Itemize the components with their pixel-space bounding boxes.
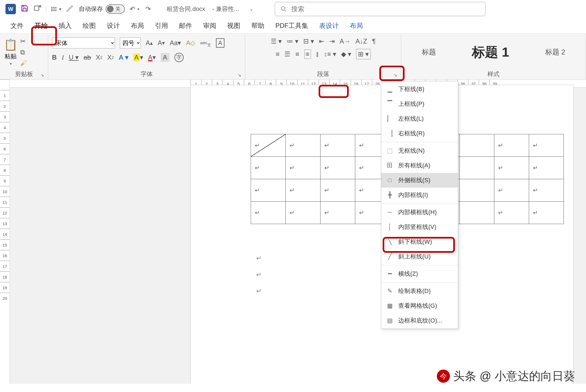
underline-button[interactable]: U ▾ <box>69 54 79 61</box>
table-cell[interactable]: ↵ <box>529 202 564 224</box>
table-cell[interactable]: ↵ <box>321 157 355 179</box>
tab-home[interactable]: 开始 <box>30 19 52 33</box>
decrease-indent-icon[interactable]: ⇤ <box>319 37 324 45</box>
style-heading1[interactable]: 标题 1 <box>464 41 517 64</box>
border-menu-item-left[interactable]: ▏左框线(L) <box>381 111 458 126</box>
table-cell[interactable]: ↵ <box>321 134 355 157</box>
tab-design[interactable]: 设计 <box>102 19 124 33</box>
align-center-icon[interactable]: ☰ <box>284 50 290 58</box>
tab-file[interactable]: 文件 <box>6 19 28 33</box>
table-cell[interactable]: ↵ <box>494 179 529 202</box>
character-shading-button[interactable]: A <box>161 53 169 62</box>
border-menu-item-diag-up[interactable]: ╱斜上框线(U) <box>381 249 458 264</box>
tab-references[interactable]: 引用 <box>151 19 172 33</box>
change-case-button[interactable]: Aa ▾ <box>170 39 181 47</box>
border-menu-item-draw[interactable]: ✎绘制表格(D) <box>381 284 458 298</box>
table-cell[interactable]: ↵ <box>321 179 355 202</box>
border-menu-item-hr[interactable]: ━横线(Z) <box>381 266 458 281</box>
toggle-switch[interactable]: 关 <box>106 4 125 14</box>
clear-formatting-icon[interactable]: A◇ <box>186 39 195 47</box>
border-menu-item-v[interactable]: │内部竖框线(V) <box>381 220 458 234</box>
cut-icon[interactable]: ✂ <box>20 37 27 45</box>
superscript-button[interactable]: X2 <box>107 54 114 61</box>
paste-dropdown-icon[interactable]: ▾ <box>10 62 12 66</box>
line-spacing-button[interactable]: ↕≡ ▾ <box>324 50 336 58</box>
table-cell[interactable]: ↵ <box>494 202 529 224</box>
border-menu-item-outside[interactable]: □外侧框线(S) <box>381 173 458 188</box>
chevron-down-icon[interactable]: ⌄ <box>249 6 253 12</box>
save-icon[interactable] <box>21 4 28 14</box>
border-menu-item-diag-down[interactable]: ╲斜下框线(W) <box>381 234 458 249</box>
table-cell[interactable]: ↵ <box>286 179 321 202</box>
table-cell[interactable]: ↵ <box>529 157 564 179</box>
character-border-icon[interactable]: A <box>216 38 224 48</box>
tab-mailings[interactable]: 邮件 <box>175 19 197 33</box>
style-heading2[interactable]: 标题 2 <box>537 45 574 60</box>
border-menu-item-grid[interactable]: ▦查看网格线(G) <box>381 298 458 313</box>
text-effects-button[interactable]: A ▾ <box>119 54 128 61</box>
table-cell[interactable]: ↵ <box>494 157 529 179</box>
table-cell[interactable]: ↵ <box>251 157 286 179</box>
copy-icon[interactable]: ⧉ <box>20 48 27 56</box>
redo-icon[interactable]: ↷ <box>145 5 151 13</box>
decrease-font-icon[interactable]: A▾ <box>158 39 165 47</box>
sort-button[interactable]: A↓Z <box>356 37 367 45</box>
list-toggle-icon[interactable]: ▾ <box>51 6 61 12</box>
format-painter-icon[interactable]: 🖌 <box>20 59 27 67</box>
font-size-select[interactable]: 四号 <box>120 37 141 48</box>
tab-table-layout[interactable]: 布局 <box>345 19 367 33</box>
table-cell[interactable]: ↵ <box>494 134 529 157</box>
tab-table-design[interactable]: 表设计 <box>315 19 343 33</box>
italic-button[interactable]: I <box>62 54 64 61</box>
style-normal[interactable]: 标题 <box>414 45 444 60</box>
font-color-button[interactable]: A ▾ <box>148 54 156 61</box>
share-icon[interactable] <box>33 4 41 14</box>
table-cell[interactable]: ↵ <box>529 179 564 202</box>
bullets-button[interactable]: ☰ ▾ <box>271 37 282 45</box>
border-menu-item-bottom[interactable]: ▁下框线(B) <box>381 82 458 97</box>
tab-pdf[interactable]: PDF工具集 <box>271 19 313 33</box>
tab-help[interactable]: 帮助 <box>247 19 269 33</box>
table-cell[interactable]: ↵ <box>251 202 286 224</box>
table-cell[interactable]: ↵ <box>251 179 286 202</box>
paragraph-launcher-icon[interactable]: ↘ <box>394 72 397 78</box>
borders-button[interactable]: ⊞ ▾ <box>356 49 371 59</box>
align-justify-icon[interactable]: ≡ <box>304 50 311 59</box>
border-menu-item-dlg[interactable]: ▤边框和底纹(O)... <box>381 313 458 328</box>
autosave-toggle[interactable]: 自动保存 关 <box>79 4 125 14</box>
undo-icon[interactable]: ↶ <box>130 5 135 13</box>
align-left-icon[interactable]: ≡ <box>276 50 279 58</box>
tab-review[interactable]: 审阅 <box>199 19 221 33</box>
pen-icon[interactable] <box>66 4 74 14</box>
table-cell[interactable]: ↵ <box>251 134 286 157</box>
tab-draw[interactable]: 绘图 <box>78 19 100 33</box>
enclose-button[interactable]: 字 <box>174 53 184 62</box>
table-cell[interactable]: ↵ <box>286 134 321 157</box>
bold-button[interactable]: B <box>52 54 57 61</box>
tab-layout[interactable]: 布局 <box>126 19 148 33</box>
paste-icon[interactable]: 📋 <box>4 38 18 51</box>
show-marks-button[interactable]: ¶ <box>372 37 376 45</box>
border-menu-item-top[interactable]: ▔上框线(P) <box>381 97 458 111</box>
multilevel-button[interactable]: ⊟ ▾ <box>303 37 314 45</box>
border-menu-item-inside[interactable]: ╋内部框线(I) <box>381 188 458 202</box>
table-cell[interactable]: ↵ <box>321 202 355 224</box>
tab-view[interactable]: 视图 <box>223 19 245 33</box>
strikethrough-button[interactable]: ab <box>83 54 91 61</box>
border-menu-item-none[interactable]: ⬚无框线(N) <box>381 143 458 158</box>
undo-dropdown-icon[interactable]: ▾ <box>137 7 139 11</box>
font-launcher-icon[interactable]: ↘ <box>238 72 241 78</box>
numbering-button[interactable]: ≔ ▾ <box>287 37 298 45</box>
font-name-select[interactable]: 宋体 <box>52 37 115 48</box>
subscript-button[interactable]: X2 <box>96 54 102 61</box>
increase-font-icon[interactable]: A▴ <box>146 39 153 47</box>
table-cell[interactable]: ↵ <box>529 134 564 157</box>
highlight-button[interactable]: A ▾ <box>133 54 143 61</box>
tab-insert[interactable]: 插入 <box>54 19 76 33</box>
search-box[interactable] <box>275 2 486 16</box>
align-right-icon[interactable]: ≡ <box>295 50 299 58</box>
shading-button[interactable]: ◆ ▾ <box>341 50 351 58</box>
border-menu-item-all[interactable]: 田所有框线(A) <box>381 158 458 173</box>
border-menu-item-h[interactable]: ─内部横框线(H) <box>381 205 458 220</box>
table-cell[interactable]: ↵ <box>286 157 321 179</box>
